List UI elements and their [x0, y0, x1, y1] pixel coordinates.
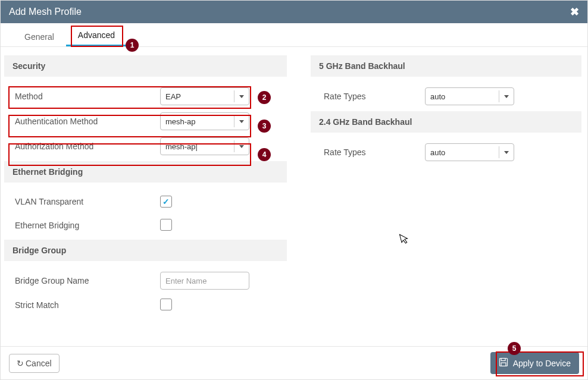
row-vlan-transparent: VLAN Transparent ✓ — [1, 190, 294, 213]
row-bgn: Bridge Group Name — [1, 268, 294, 293]
label-5ghz-rate: Rate Types — [312, 92, 425, 101]
select-method-value: EAP — [165, 92, 181, 101]
cancel-button-label: Cancel — [26, 359, 52, 368]
chevron-down-icon — [234, 140, 244, 152]
save-icon — [499, 357, 508, 369]
modal-title: Add Mesh Profile — [9, 7, 82, 17]
modal-body: Security Method EAP Authentication Metho… — [1, 47, 587, 344]
select-24ghz-rate[interactable]: auto — [425, 143, 514, 161]
label-eth-bridging: Ethernet Bridging — [11, 221, 160, 230]
select-5ghz-rate-value: auto — [430, 92, 445, 101]
label-vlan-transparent: VLAN Transparent — [11, 197, 160, 206]
apply-button-label: Apply to Device — [513, 359, 571, 368]
checkbox-strict-match[interactable] — [160, 299, 172, 310]
label-strict-match: Strict Match — [11, 300, 160, 310]
cancel-button[interactable]: ↻ Cancel — [9, 354, 60, 373]
modal-footer: ↻ Cancel Apply to Device — [1, 346, 587, 379]
label-auth-method: Authentication Method — [11, 117, 160, 126]
right-column: 5 GHz Band Backhaul Rate Types auto 2.4 … — [294, 47, 587, 344]
undo-icon: ↻ — [17, 359, 24, 368]
label-authz-method: Authorization Method — [11, 142, 160, 151]
row-strict-match: Strict Match — [1, 293, 294, 317]
chevron-down-icon — [234, 115, 244, 127]
checkbox-eth-bridging[interactable] — [160, 219, 172, 231]
label-method: Method — [11, 92, 160, 101]
chevron-down-icon — [234, 90, 244, 102]
close-icon[interactable]: ✖ — [570, 5, 579, 18]
svg-rect-1 — [501, 359, 505, 361]
label-24ghz-rate: Rate Types — [312, 147, 425, 157]
row-eth-bridging: Ethernet Bridging — [1, 213, 294, 237]
select-authz-method[interactable]: mesh-ap| — [160, 137, 249, 155]
chevron-down-icon — [499, 90, 509, 102]
section-bridge-group: Bridge Group — [4, 240, 287, 261]
select-method[interactable]: EAP — [160, 87, 249, 105]
input-bgn[interactable] — [160, 272, 249, 290]
row-24ghz-rate: Rate Types auto — [294, 140, 587, 165]
select-authz-method-value: mesh-ap| — [165, 142, 198, 151]
checkbox-vlan-transparent[interactable]: ✓ — [160, 196, 172, 208]
select-auth-method[interactable]: mesh-ap — [160, 112, 249, 130]
section-5ghz: 5 GHz Band Backhaul — [311, 55, 581, 77]
row-5ghz-rate: Rate Types auto — [294, 84, 587, 109]
left-column: Security Method EAP Authentication Metho… — [1, 47, 294, 344]
section-security: Security — [4, 55, 287, 77]
section-24ghz: 2.4 GHz Band Backhaul — [311, 111, 581, 133]
select-24ghz-rate-value: auto — [430, 148, 445, 157]
select-auth-method-value: mesh-ap — [165, 117, 196, 126]
label-bgn: Bridge Group Name — [11, 276, 160, 285]
modal-header: Add Mesh Profile ✖ — [1, 1, 587, 23]
chevron-down-icon — [499, 146, 509, 158]
svg-rect-2 — [501, 363, 506, 366]
tab-advanced[interactable]: Advanced — [66, 24, 127, 46]
row-authz-method: Authorization Method mesh-ap| — [1, 134, 294, 159]
apply-button[interactable]: Apply to Device — [490, 352, 579, 374]
tab-general[interactable]: General — [12, 26, 66, 46]
select-5ghz-rate[interactable]: auto — [425, 87, 514, 105]
section-eth-bridging: Ethernet Bridging — [4, 161, 287, 183]
row-auth-method: Authentication Method mesh-ap — [1, 109, 294, 134]
row-method: Method EAP — [1, 84, 294, 109]
tabs-bar: General Advanced — [1, 23, 587, 47]
